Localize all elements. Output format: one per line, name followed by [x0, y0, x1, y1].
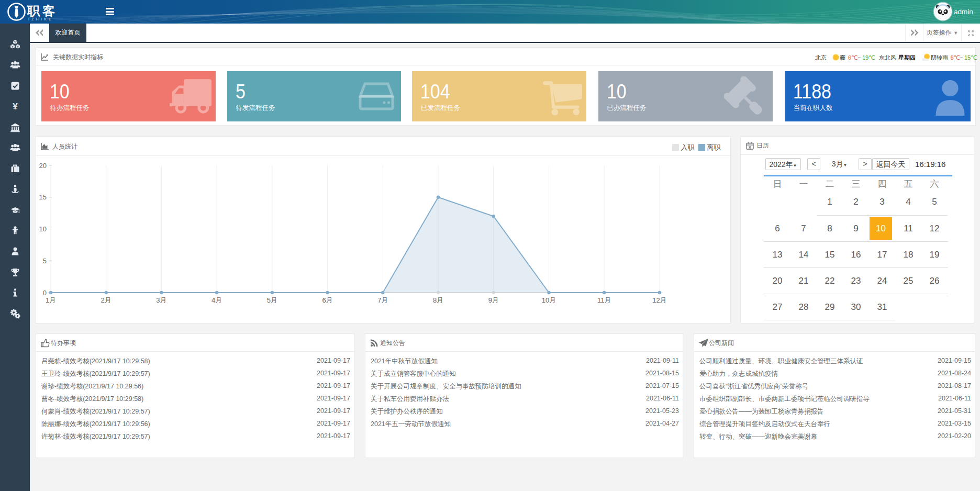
svg-text:¥: ¥: [13, 102, 18, 111]
svg-text:2月: 2月: [101, 296, 112, 304]
svg-text:12月: 12月: [652, 296, 666, 304]
svg-text:6月: 6月: [322, 296, 332, 304]
svg-text:4月: 4月: [211, 296, 222, 304]
svg-text:7月: 7月: [377, 296, 388, 304]
svg-text:15: 15: [39, 193, 47, 201]
svg-text:9月: 9月: [488, 296, 499, 304]
svg-text:3月: 3月: [156, 296, 166, 304]
svg-text:10: 10: [39, 225, 47, 233]
svg-text:5月: 5月: [267, 296, 277, 304]
svg-text:8月: 8月: [433, 296, 443, 304]
svg-text:10月: 10月: [542, 296, 556, 304]
svg-text:5: 5: [43, 257, 47, 265]
svg-text:0: 0: [43, 289, 47, 297]
svg-text:20: 20: [39, 162, 47, 170]
svg-text:1月: 1月: [46, 296, 56, 304]
svg-text:11月: 11月: [597, 296, 611, 304]
